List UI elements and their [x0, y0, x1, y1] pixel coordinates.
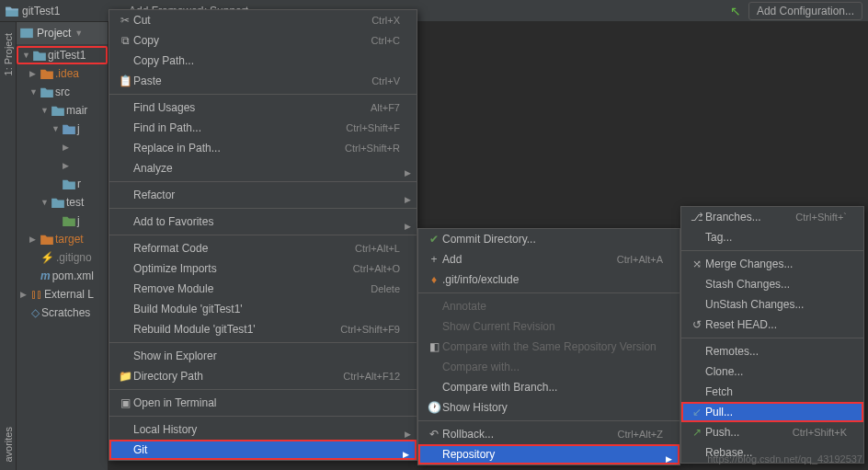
menu-unstash[interactable]: UnStash Changes...	[681, 294, 863, 315]
tree-item-src[interactable]: src	[17, 83, 108, 101]
tool-window-bar-left: 1: Project avorites	[0, 22, 17, 470]
cut-icon: ✂	[117, 14, 133, 27]
menu-reset-head[interactable]: ↺Reset HEAD...	[681, 315, 863, 335]
menu-add[interactable]: +AddCtrl+Alt+A	[418, 249, 680, 269]
pull-icon: ↙	[689, 406, 705, 418]
project-tool-window: Project ▼ gitTest1 .idea src mair j r te…	[17, 22, 108, 470]
menu-fetch[interactable]: Fetch	[681, 382, 863, 402]
menu-optimize[interactable]: Optimize ImportsCtrl+Alt+O	[109, 258, 417, 279]
folder-icon	[63, 123, 75, 134]
menu-compare-same[interactable]: ◧Compare with the Same Repository Versio…	[418, 337, 680, 357]
menu-push[interactable]: ↗Push...Ctrl+Shift+K	[681, 422, 863, 442]
menu-paste[interactable]: 📋PasteCtrl+V	[109, 71, 417, 91]
tree-item-resources[interactable]: r	[17, 175, 108, 193]
tree-item-gitignore[interactable]: ⚡.gitigno	[17, 248, 108, 267]
menu-compare-branch[interactable]: Compare with Branch...	[418, 377, 680, 397]
menu-find-usages[interactable]: Find UsagesAlt+F7	[109, 97, 417, 118]
menu-show-explorer[interactable]: Show in Explorer	[109, 346, 417, 366]
build-icon[interactable]: ↖	[730, 4, 741, 18]
menu-open-terminal[interactable]: ▣Open in Terminal	[109, 393, 417, 413]
scratches-icon: ◇	[31, 306, 40, 319]
tree-item-pom[interactable]: mpom.xml	[17, 267, 108, 285]
tree-item[interactable]	[17, 138, 108, 156]
menu-pull[interactable]: ↙Pull...	[681, 402, 863, 422]
merge-icon: ⤨	[689, 258, 705, 270]
tree-external-libs[interactable]: ⫿⫿External L	[17, 285, 108, 304]
menu-add-favorites[interactable]: Add to Favorites	[109, 212, 417, 232]
copy-icon: ⧉	[117, 34, 133, 47]
diff-icon: ◧	[426, 340, 442, 353]
breadcrumb-project[interactable]: gitTest1	[22, 5, 60, 17]
menu-copy[interactable]: ⧉CopyCtrl+C	[109, 30, 417, 51]
folder-icon	[63, 215, 75, 226]
context-menu: ✂CutCtrl+X ⧉CopyCtrl+C Copy Path... 📋Pas…	[108, 9, 417, 461]
menu-remove-module[interactable]: Remove ModuleDelete	[109, 279, 417, 299]
menu-copy-path[interactable]: Copy Path...	[109, 51, 417, 71]
menu-commit-dir[interactable]: ✔Commit Directory...	[418, 229, 680, 249]
tree-item-target[interactable]: target	[17, 230, 108, 248]
tree-item-test[interactable]: test	[17, 193, 108, 212]
menu-directory-path[interactable]: 📁Directory PathCtrl+Alt+F12	[109, 366, 417, 386]
menu-cut[interactable]: ✂CutCtrl+X	[109, 10, 417, 30]
maven-icon: m	[40, 269, 51, 282]
sidebar-project-tab[interactable]: 1: Project	[3, 33, 14, 75]
repository-submenu: ⎇Branches...Ctrl+Shift+` Tag... ⤨Merge C…	[680, 206, 864, 464]
menu-git-info-exclude[interactable]: ♦.git/info/exclude	[418, 269, 680, 290]
git-icon: ♦	[426, 273, 442, 286]
menu-branches[interactable]: ⎇Branches...Ctrl+Shift+`	[681, 207, 863, 227]
paste-icon: 📋	[117, 75, 133, 87]
menu-local-history[interactable]: Local History	[109, 419, 417, 440]
menu-reformat[interactable]: Reformat CodeCtrl+Alt+L	[109, 238, 417, 258]
menu-rebuild[interactable]: Rebuild Module 'gitTest1'Ctrl+Shift+F9	[109, 319, 417, 339]
menu-merge[interactable]: ⤨Merge Changes...	[681, 254, 863, 274]
git-submenu: ✔Commit Directory... +AddCtrl+Alt+A ♦.gi…	[417, 228, 680, 465]
sidebar-favorites-tab[interactable]: avorites	[3, 427, 14, 463]
tree-item-java2[interactable]: j	[17, 212, 108, 230]
folder-icon	[33, 50, 46, 61]
library-icon: ⫿⫿	[31, 288, 42, 301]
add-configuration-button[interactable]: Add Configuration...	[748, 2, 862, 20]
folder-icon	[6, 6, 18, 17]
project-header[interactable]: Project ▼	[17, 22, 108, 44]
folder-icon: 📁	[117, 370, 133, 383]
menu-compare[interactable]: Compare with...	[418, 357, 680, 377]
menu-git[interactable]: Git	[109, 440, 417, 460]
history-icon: 🕐	[426, 401, 442, 414]
watermark: https://blog.csdn.net/qq_43192537	[707, 453, 862, 464]
menu-tag[interactable]: Tag...	[681, 227, 863, 247]
menu-replace-in-path[interactable]: Replace in Path...Ctrl+Shift+R	[109, 138, 417, 158]
menu-refactor[interactable]: Refactor	[109, 185, 417, 205]
project-dropdown[interactable]: Project	[37, 27, 71, 40]
folder-icon	[40, 234, 53, 245]
menu-show-revision[interactable]: Show Current Revision	[418, 316, 680, 337]
push-icon: ↗	[689, 426, 705, 439]
menu-clone[interactable]: Clone...	[681, 361, 863, 382]
project-view-icon	[20, 28, 33, 39]
menu-remotes[interactable]: Remotes...	[681, 341, 863, 361]
folder-icon	[40, 68, 53, 79]
menu-build[interactable]: Build Module 'gitTest1'	[109, 299, 417, 319]
folder-icon	[51, 105, 64, 116]
add-icon: +	[426, 253, 442, 266]
tree-item-main[interactable]: mair	[17, 101, 108, 120]
menu-stash[interactable]: Stash Changes...	[681, 274, 863, 294]
terminal-icon: ▣	[117, 396, 133, 409]
tree-root[interactable]: gitTest1	[17, 46, 108, 64]
chevron-down-icon: ▼	[74, 29, 83, 38]
rollback-icon: ↶	[426, 428, 442, 441]
folder-icon	[63, 178, 75, 189]
menu-annotate[interactable]: Annotate	[418, 296, 680, 316]
svg-rect-0	[20, 29, 33, 38]
tree-item-idea[interactable]: .idea	[17, 64, 108, 83]
tree-item[interactable]	[17, 156, 108, 175]
tree-item-java1[interactable]: j	[17, 120, 108, 138]
folder-icon	[51, 197, 64, 208]
menu-find-in-path[interactable]: Find in Path...Ctrl+Shift+F	[109, 118, 417, 138]
menu-show-history[interactable]: 🕐Show History	[418, 397, 680, 418]
tree-scratches[interactable]: ◇Scratches	[17, 304, 108, 322]
branch-icon: ⎇	[689, 211, 705, 224]
menu-repository[interactable]: Repository	[418, 444, 680, 464]
project-tree[interactable]: gitTest1 .idea src mair j r test j targe…	[17, 44, 108, 324]
menu-analyze[interactable]: Analyze	[109, 158, 417, 178]
menu-rollback[interactable]: ↶Rollback...Ctrl+Alt+Z	[418, 424, 680, 444]
